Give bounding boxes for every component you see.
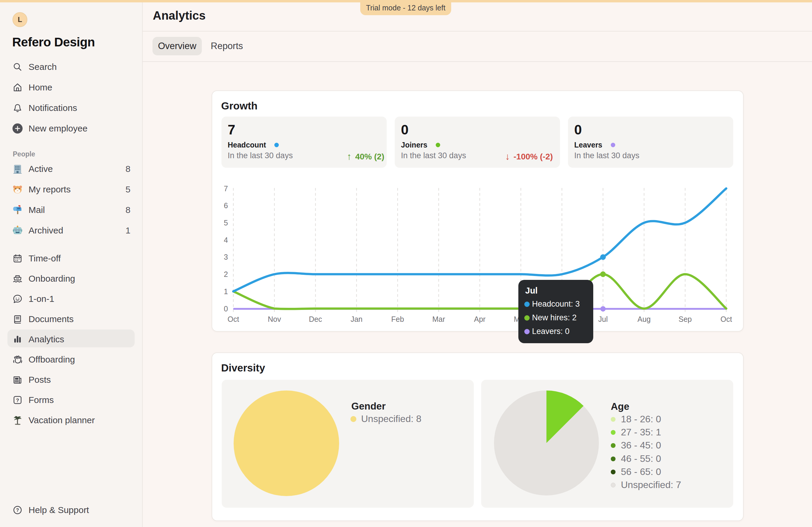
- svg-text:Oct: Oct: [228, 315, 239, 323]
- svg-text:Dec: Dec: [309, 315, 322, 323]
- svg-text:3: 3: [224, 253, 228, 261]
- svg-text:4: 4: [224, 236, 228, 244]
- svg-text:7: 7: [224, 184, 228, 193]
- svg-text:2: 2: [224, 270, 228, 279]
- svg-text:6: 6: [224, 201, 228, 210]
- svg-text:Jan: Jan: [350, 315, 362, 323]
- svg-text:Sep: Sep: [679, 315, 692, 323]
- svg-text:Nov: Nov: [268, 315, 281, 323]
- svg-text:Oct: Oct: [721, 315, 732, 323]
- svg-text:?: ?: [16, 508, 19, 513]
- svg-text:1: 1: [224, 287, 228, 296]
- svg-text:Jul: Jul: [598, 315, 608, 323]
- svg-text:Mar: Mar: [432, 315, 445, 323]
- svg-text:5: 5: [224, 218, 228, 227]
- svg-text:?: ?: [16, 398, 19, 403]
- svg-text:0: 0: [224, 304, 228, 313]
- svg-text:Feb: Feb: [391, 315, 404, 323]
- svg-text:Apr: Apr: [474, 315, 485, 323]
- svg-text:Aug: Aug: [638, 315, 651, 323]
